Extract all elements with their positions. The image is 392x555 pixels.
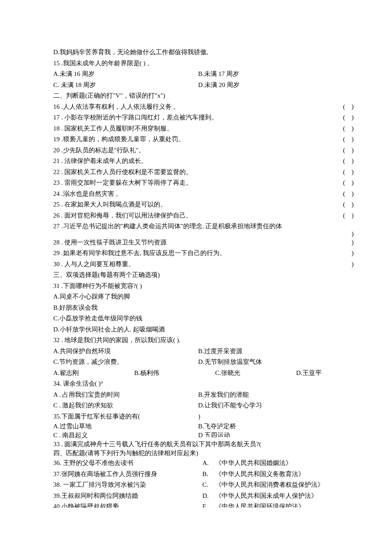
match-e-text: 《中华人民共和国环境保护法》 xyxy=(215,501,345,508)
q28-text: 28 . 使用一次性筷子既讲卫生又节约资源 xyxy=(53,239,167,246)
q27: 27 .习近平总书记提出的"构建人类命运共同体"的理念. 正是积极承担地球责任的… xyxy=(53,221,345,232)
bracket-open: ( xyxy=(343,189,345,200)
q15-options-row2: C. 未满 18 周岁 D.未满 20 周岁 xyxy=(53,80,345,91)
section-4-title: 四、匹配题(请将下列行为与触犯的法律相对应起来) xyxy=(53,449,345,458)
q15-option-c: C. 未满 18 周岁 xyxy=(53,80,198,91)
bracket-open: ( xyxy=(343,177,345,189)
q27-blank: ) xyxy=(53,232,345,237)
astronaut-b: B.杨利伟 xyxy=(134,368,215,379)
astronaut-a: A.翟志刚 xyxy=(53,368,134,379)
match-row-36: 36. 王野的父母不准他去读书 A. 《中华人民共和国婚姻法》 xyxy=(53,458,345,469)
match-row-39: 39.王叔叔同时和两位阿姨结婚 D. 《中华人民共和国未成年人保护法》 xyxy=(53,491,345,502)
q32-option-b: B.过度开采资源 xyxy=(198,346,345,357)
q34-options-row2: C . 激起我们的求知欲 D.让我们不能专心学习 xyxy=(53,400,345,411)
bracket-close: ) xyxy=(352,156,354,167)
bracket-open: ( xyxy=(343,145,345,156)
bracket-open: ( xyxy=(343,156,345,167)
bracket-close: ) xyxy=(352,210,354,221)
q14-option-d: D.我妈妈辛苦养育我，无论她做什么工作都值得我骄傲, xyxy=(53,47,345,58)
q34-option-d: D.让我们不能专心学习 xyxy=(198,400,345,411)
q18-text: 18 . 国家机关工作人员履职时不用穿制服。 xyxy=(53,125,173,132)
q34-stem: 34. 课余生活会( )° xyxy=(53,378,345,389)
q32-stem: 32 . 地球是我们共同的家园，所以我们应该( ). xyxy=(53,335,345,346)
q34-option-c: C . 激起我们的求知欲 xyxy=(53,400,198,411)
q22: 22 . 国家机关工作人员行使权利是不需要监督的。 ( ) xyxy=(53,167,345,178)
section-3-title: 三、双项选择题(每题有两个正确选项) xyxy=(53,270,345,281)
q33-stem: 33 . 圆满完成神舟十三号载人飞行任务的航天员有以下其中那两名航天员?( xyxy=(53,440,345,449)
q17-text: 17 . 小影在学校附近的十字路口闯红灯，差点被汽车撞到。 xyxy=(53,114,218,121)
q21-text: 21 . 法律保护着未成年人的成长。 xyxy=(53,157,147,164)
q17: 17 . 小影在学校附近的十字路口闯红灯，差点被汽车撞到。 ( ) xyxy=(53,112,345,123)
match-letter-c: C. xyxy=(202,479,215,491)
q30-text: 30 . 人与人之间要互相尊重。 xyxy=(53,261,135,267)
q31-option-c: C.小磊放学抢走低年级同学的钱 xyxy=(53,313,345,324)
bracket-close: ) xyxy=(352,123,354,134)
bracket-close: ) xyxy=(352,102,354,113)
q26: 26 . 面对冒犯和侮辱，我们可以用法律保护自己。 ( ) xyxy=(53,210,345,221)
q31-option-d: D.小轩放学伙同社会上的人. 起吸烟喝酒 xyxy=(53,324,345,335)
q35-options-row2: C . 南昌起义 D 五四运动 xyxy=(53,431,345,440)
q32-option-c: C.节约资源，减少浪费。 xyxy=(53,357,198,368)
q35-stem-row: 35.下面属于红军长征事迹的有( ) xyxy=(53,411,345,422)
bracket-close: ) xyxy=(352,167,354,178)
bracket-close: ) xyxy=(352,237,354,248)
bracket-close: ) xyxy=(352,259,354,270)
bracket-close: ) xyxy=(352,199,354,210)
bracket-close: ) xyxy=(352,112,354,123)
q23-text: 23 . 雷雨交加时一定要躲在大树下等雨停了再走。 xyxy=(53,179,192,186)
q25-text: 25 . 在家如果大人叫我喝点酒是可以的。 xyxy=(53,201,167,208)
q24: 24 .溺水也是自然灾害 。 ( ) xyxy=(53,189,345,200)
q34-options-row1: A . 占用我们宝贵的时间 B.开发我们的潜能 xyxy=(53,389,345,401)
q35-paren: ) xyxy=(198,411,345,422)
q34-option-a: A . 占用我们宝贵的时间 xyxy=(53,389,198,401)
match-letter-d: D. xyxy=(202,491,215,502)
q31-option-b: B.好朋友误会我 xyxy=(53,302,345,314)
q20: 20 .少先队员的标志是"行队礼"。 ( ) xyxy=(53,145,345,156)
q34-option-b: B.开发我们的潜能 xyxy=(198,389,345,401)
bracket-open: ( xyxy=(343,112,345,123)
match-36-left: 36. 王野的父母不准他去读书 xyxy=(53,458,202,469)
q15-option-a: A.未满 16 周岁 xyxy=(53,69,198,80)
q35-option-a: A.过雪山草地 xyxy=(53,422,198,431)
q35-stem: 35.下面属于红军长征事迹的有( xyxy=(53,411,198,422)
q28: 28 . 使用一次性筷子既讲卫生又节约资源 ) xyxy=(53,237,345,248)
q24-text: 24 .溺水也是自然灾害 。 xyxy=(53,190,122,197)
bracket-open: ( xyxy=(343,210,345,221)
q22-text: 22 . 国家机关工作人员行使权利是不需要监督的。 xyxy=(53,169,192,175)
q35-option-b: B.飞夺泸定桥 xyxy=(198,422,345,431)
q32-option-d: D.无节制排放温室气体 xyxy=(198,357,345,368)
bracket-close: ) xyxy=(352,177,354,189)
bracket-close: ) xyxy=(352,189,354,200)
q32-options-row2: C.节约资源，减少浪费。 D.无节制排放温室气体 xyxy=(53,357,345,368)
q35-option-d: D 五四运动 xyxy=(198,431,345,437)
astronaut-c: C.张晓光 xyxy=(215,368,296,379)
q26-text: 26 . 面对冒犯和侮辱，我们可以用法律保护自己。 xyxy=(53,212,192,219)
match-row-37: 37.张阿姨在商场被工作人员强行搜身 B. 《中华人民共和国义务教育法》 xyxy=(53,469,345,480)
section-2-title: 二、判断题(正确的打"V"，错误的打"x") xyxy=(53,90,345,102)
q16: 16 .人人依法享有权利，人人依法履行义务 。 ( ) xyxy=(53,102,345,113)
q32-options-row1: A.共同保护自然环境 B.过度开采资源 xyxy=(53,346,345,357)
q35-options-row1: A.过雪山草地 B.飞夺泸定桥 xyxy=(53,422,345,431)
bracket-open: ( xyxy=(343,123,345,134)
q29-text: 29 .如果老有同学和我过意不去, 我应该反思一下自己的行为。 xyxy=(53,250,226,256)
match-letter-b: B. xyxy=(202,469,215,480)
astronaut-d: D.王亚平 xyxy=(296,368,345,379)
q15-option-b: B.未满 17 周岁 xyxy=(198,69,345,80)
match-letter-a: A. xyxy=(202,458,215,469)
match-37-left: 37.张阿姨在商场被工作人员强行搜身 xyxy=(53,469,202,480)
q19: 19 .猥亵儿童的，构成猥亵儿童罪，从重处罚。 ( ) xyxy=(53,134,345,145)
match-c-text: 《中华人民共和国消费者权益保护法》 xyxy=(215,479,345,491)
bracket-close: ) xyxy=(352,145,354,156)
q25: 25 . 在家如果大人叫我喝点酒是可以的。 ( ) xyxy=(53,199,345,210)
match-letter-e: E. xyxy=(202,501,215,508)
q29: 29 .如果老有同学和我过意不去, 我应该反思一下自己的行为。 ) xyxy=(53,248,345,259)
bracket-open: ( xyxy=(343,134,345,145)
match-row-40: 40 小静被隔壁叔叔猥亵 E. 《中华人民共和国环境保护法》 xyxy=(53,501,345,508)
match-40-left: 40 小静被隔壁叔叔猥亵 xyxy=(53,501,202,508)
q31-stem: 31 .下面哪种行为不能被宽容?( ) xyxy=(53,281,345,292)
q27-text: 27 .习近平总书记提出的"构建人类命运共同体"的理念. 正是积极承担地球责任的… xyxy=(53,223,282,230)
q15-stem: 15 .我国未成年人的年龄界限是( ) 。 xyxy=(53,58,345,69)
q35-option-c: C . 南昌起义 xyxy=(53,431,198,440)
match-row-38: 38. 一家工厂排污导致河水被污染 C. 《中华人民共和国消费者权益保护法》 xyxy=(53,479,345,491)
bracket-open: ( xyxy=(343,199,345,210)
